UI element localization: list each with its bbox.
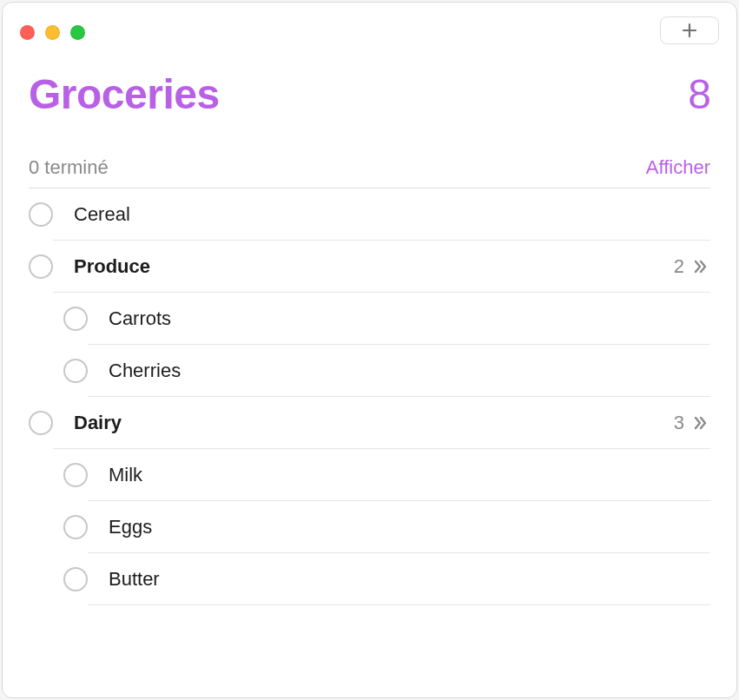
close-window-button[interactable] bbox=[20, 25, 35, 40]
maximize-window-button[interactable] bbox=[70, 25, 85, 40]
add-reminder-button[interactable] bbox=[660, 17, 719, 44]
show-completed-button[interactable]: Afficher bbox=[646, 156, 710, 179]
reminder-content: Cherries bbox=[88, 345, 710, 397]
reminder-row[interactable]: Dairy3 bbox=[29, 397, 710, 449]
reminder-checkbox[interactable] bbox=[63, 567, 88, 591]
reminder-row[interactable]: Cereal bbox=[29, 188, 710, 241]
reminder-checkbox[interactable] bbox=[63, 307, 88, 331]
list-header: Groceries 8 bbox=[3, 53, 736, 127]
minimize-window-button[interactable] bbox=[45, 25, 60, 40]
completed-subheader: 0 terminé Afficher bbox=[3, 127, 736, 188]
group-subtask-count: 3 bbox=[674, 412, 684, 434]
reminder-title: Milk bbox=[109, 464, 142, 486]
reminder-title: Carrots bbox=[109, 307, 171, 330]
reminder-row[interactable]: Carrots bbox=[29, 293, 710, 345]
reminder-row[interactable]: Cherries bbox=[29, 345, 710, 397]
reminder-checkbox[interactable] bbox=[63, 463, 88, 487]
reminder-content: Produce2 bbox=[53, 241, 710, 293]
list-count: 8 bbox=[688, 70, 710, 118]
reminder-title: Produce bbox=[74, 255, 150, 278]
reminder-content: Eggs bbox=[88, 501, 710, 553]
expand-group-icon[interactable] bbox=[691, 257, 710, 276]
group-meta: 3 bbox=[674, 412, 710, 434]
reminder-title: Cereal bbox=[74, 203, 130, 226]
reminder-row[interactable]: Produce2 bbox=[29, 241, 710, 293]
reminder-title: Eggs bbox=[109, 516, 152, 538]
plus-icon bbox=[681, 22, 698, 39]
group-subtask-count: 2 bbox=[674, 255, 684, 278]
list-title: Groceries bbox=[29, 70, 220, 118]
reminder-content: Milk bbox=[88, 449, 710, 501]
reminder-content: Carrots bbox=[88, 293, 710, 345]
titlebar bbox=[3, 3, 736, 53]
window-controls bbox=[20, 22, 85, 40]
reminder-checkbox[interactable] bbox=[29, 202, 53, 227]
reminders-window: Groceries 8 0 terminé Afficher CerealPro… bbox=[2, 2, 737, 698]
reminder-row[interactable]: Butter bbox=[29, 553, 710, 605]
reminder-content: Butter bbox=[88, 553, 710, 605]
reminder-title: Cherries bbox=[109, 360, 181, 382]
reminder-checkbox[interactable] bbox=[63, 359, 88, 383]
reminder-content: Cereal bbox=[53, 188, 710, 241]
reminder-checkbox[interactable] bbox=[29, 254, 53, 279]
items-list: CerealProduce2CarrotsCherriesDairy3MilkE… bbox=[3, 188, 736, 605]
reminder-title: Dairy bbox=[74, 412, 122, 434]
reminder-row[interactable]: Eggs bbox=[29, 501, 710, 553]
reminder-title: Butter bbox=[109, 568, 160, 591]
expand-group-icon[interactable] bbox=[691, 413, 710, 433]
reminder-checkbox[interactable] bbox=[63, 515, 88, 539]
reminder-checkbox[interactable] bbox=[29, 411, 53, 435]
completed-count-label: 0 terminé bbox=[29, 156, 109, 179]
reminder-content: Dairy3 bbox=[53, 397, 710, 449]
reminder-row[interactable]: Milk bbox=[29, 449, 710, 501]
group-meta: 2 bbox=[674, 255, 710, 278]
